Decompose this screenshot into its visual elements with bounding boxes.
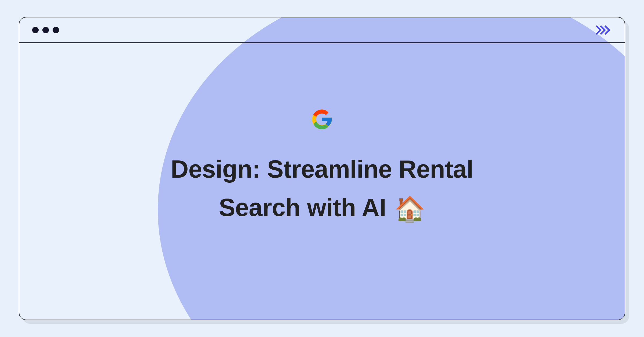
window-dot-2[interactable] [42, 27, 49, 33]
window-dot-1[interactable] [32, 27, 39, 33]
google-logo-icon [310, 108, 334, 131]
window-titlebar [19, 17, 625, 43]
logo-container [310, 108, 334, 131]
headline: Design: Streamline Rental Search with AI… [171, 150, 473, 228]
forward-chevrons-icon[interactable] [596, 25, 612, 35]
content-area: Design: Streamline Rental Search with AI… [19, 43, 625, 320]
window-controls [32, 27, 59, 33]
browser-window: Design: Streamline Rental Search with AI… [19, 17, 625, 320]
window-dot-3[interactable] [53, 27, 59, 33]
headline-line-2: Search with AI [219, 194, 386, 221]
headline-line-1: Design: Streamline Rental [171, 155, 473, 183]
house-emoji-icon: 🏠 [394, 190, 425, 228]
